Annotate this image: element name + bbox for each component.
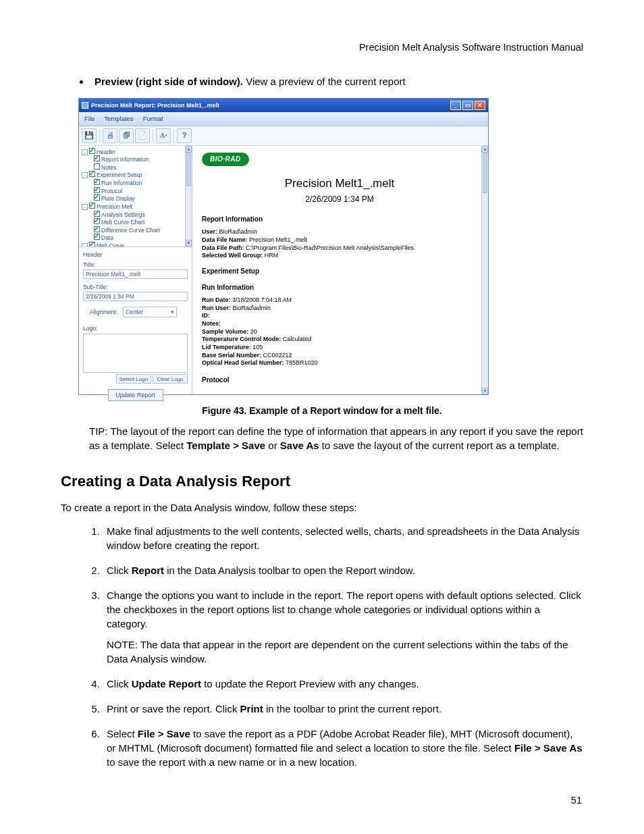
- select-logo-button[interactable]: Select Logo: [116, 374, 151, 384]
- tree-node-analysis-settings[interactable]: Analysis Settings: [82, 211, 184, 219]
- maximize-button[interactable]: ▭: [462, 101, 473, 110]
- scroll-thumb[interactable]: [483, 153, 487, 193]
- checkbox-icon[interactable]: [94, 211, 100, 217]
- toolbar: 💾 🖨 🗐 📄 Aa ?: [79, 126, 488, 146]
- scroll-down-icon[interactable]: ▼: [482, 388, 488, 394]
- logo-label: Logo:: [83, 324, 188, 332]
- tree-node-notes[interactable]: Notes: [82, 163, 184, 172]
- menu-templates[interactable]: Templates: [104, 114, 133, 123]
- preview-dfn: Data File Name: Precision Melt1_.melt: [202, 236, 477, 244]
- preview-run-date: Run Date: 3/18/2008 7:04:18 AM: [202, 296, 477, 305]
- toolbar-separator: [99, 129, 100, 142]
- checkbox-icon[interactable]: [94, 187, 100, 193]
- tree-node-melt-curve[interactable]: -Melt Curve: [82, 242, 184, 247]
- clear-logo-button[interactable]: Clear Logo: [153, 374, 188, 384]
- tree-node-melt-curve-chart[interactable]: Melt Curve Chart: [82, 218, 184, 226]
- checkbox-icon[interactable]: [94, 234, 100, 240]
- options-tree[interactable]: ▲ ▼ -Header Report Information Notes -Ex…: [79, 146, 192, 247]
- step-3-note: NOTE: The data that appear in the report…: [107, 637, 583, 666]
- step-2: Click Report in the Data Analysis toolba…: [103, 563, 583, 577]
- checkbox-icon[interactable]: [94, 194, 100, 201]
- toolbar-separator: [173, 129, 174, 142]
- page-setup-icon[interactable]: 📄: [135, 128, 150, 143]
- subtitle-input[interactable]: [83, 292, 188, 301]
- preview-swg: Selected Well Group: HRM: [202, 252, 477, 260]
- report-window: Precision Melt Report: Precision Melt1_.…: [78, 98, 489, 394]
- preview-bsn: Base Serial Number: CC002212: [202, 352, 477, 360]
- step-5: Print or save the report. Click Print in…: [103, 702, 583, 716]
- page-number: 51: [571, 793, 582, 807]
- checkbox-icon[interactable]: [94, 155, 100, 161]
- preview-h-report-info: Report Information: [202, 215, 477, 224]
- minimize-button[interactable]: _: [450, 101, 461, 110]
- figure-caption: Figure 43. Example of a Report window fo…: [61, 405, 583, 418]
- window-title: Precision Melt Report: Precision Melt1_.…: [91, 101, 219, 110]
- checkbox-icon[interactable]: [89, 148, 95, 154]
- checkbox-icon[interactable]: [94, 226, 100, 232]
- checkbox-icon[interactable]: [89, 171, 95, 177]
- scroll-down-icon[interactable]: ▼: [186, 240, 192, 246]
- step-1: Make final adjustments to the well conte…: [103, 524, 583, 552]
- print-icon[interactable]: 🖨: [103, 128, 117, 143]
- report-preview: ▲ ▼ BIO·RAD Precision Melt1_.melt 2/26/2…: [192, 146, 488, 394]
- print-preview-icon[interactable]: 🗐: [119, 128, 134, 143]
- bullet-list: Preview (right side of window). View a p…: [61, 74, 583, 88]
- section-heading: Creating a Data Analysis Report: [61, 471, 583, 492]
- header-form: Header Title: Sub-Title: Alignment: Cent…: [79, 247, 192, 405]
- checkbox-icon[interactable]: [89, 203, 95, 209]
- bullet-rest: View a preview of the current report: [243, 76, 406, 87]
- tree-node-experiment-setup[interactable]: -Experiment Setup: [82, 171, 184, 179]
- preview-temp-mode: Temperature Control Mode: Calculated: [202, 336, 477, 344]
- menu-format[interactable]: Format: [143, 114, 163, 123]
- update-report-button[interactable]: Update Report: [108, 389, 163, 401]
- close-button[interactable]: ✕: [475, 101, 485, 110]
- font-icon[interactable]: Aa: [156, 128, 171, 143]
- scroll-thumb[interactable]: [186, 153, 191, 186]
- scroll-up-icon[interactable]: ▲: [186, 146, 192, 153]
- preview-h-protocol: Protocol: [202, 375, 477, 385]
- header-label: Header: [83, 251, 188, 259]
- alignment-label: Alignment:: [90, 308, 117, 316]
- left-pane: ▲ ▼ -Header Report Information Notes -Ex…: [79, 146, 192, 394]
- checkbox-icon[interactable]: [89, 242, 95, 247]
- scroll-up-icon[interactable]: ▲: [482, 146, 488, 153]
- tree-node-report-info[interactable]: Report Information: [82, 155, 184, 163]
- checkbox-icon[interactable]: [94, 163, 100, 170]
- preview-scrollbar[interactable]: ▲ ▼: [481, 146, 488, 394]
- menubar: File Templates Format: [79, 112, 488, 126]
- title-input[interactable]: [83, 269, 188, 279]
- preview-lid-temp: Lid Temperature: 105: [202, 344, 477, 352]
- preview-notes: Notes:: [202, 320, 477, 328]
- steps-list: Make final adjustments to the well conte…: [89, 524, 583, 769]
- bullet-bold: Preview (right side of window).: [95, 76, 243, 87]
- tree-node-run-info[interactable]: Run Information: [82, 179, 184, 187]
- tree-scrollbar[interactable]: ▲ ▼: [185, 146, 192, 246]
- title-label: Title:: [83, 261, 188, 269]
- help-icon[interactable]: ?: [177, 128, 192, 143]
- preview-h-exp-setup: Experiment Setup: [202, 267, 477, 276]
- step-6: Select File > Save to save the report as…: [103, 727, 583, 769]
- tree-node-data[interactable]: Data: [82, 234, 184, 242]
- biorad-logo: BIO·RAD: [202, 153, 249, 166]
- tree-node-plate-display[interactable]: Plate Display: [82, 194, 184, 203]
- preview-run-user: Run User: BioRad\admin: [202, 305, 477, 313]
- preview-h-run-info: Run Information: [202, 283, 477, 292]
- preview-user: User: BioRad\admin: [202, 228, 477, 236]
- tree-node-diff-curve-chart[interactable]: Difference Curve Chart: [82, 226, 184, 234]
- menu-file[interactable]: File: [84, 114, 95, 123]
- checkbox-icon[interactable]: [94, 179, 100, 185]
- app-icon: [82, 102, 88, 109]
- tree-node-header[interactable]: -Header: [82, 148, 184, 156]
- titlebar: Precision Melt Report: Precision Melt1_.…: [79, 99, 488, 112]
- step-4: Click Update Report to update the Report…: [103, 677, 583, 691]
- preview-ohsn: Optical Head Serial Number: 785BR1020: [202, 359, 477, 367]
- preview-sample-vol: Sample Volume: 20: [202, 328, 477, 336]
- save-icon[interactable]: 💾: [82, 128, 97, 143]
- logo-preview: [83, 334, 188, 373]
- window-controls: _ ▭ ✕: [450, 101, 485, 110]
- tree-node-protocol[interactable]: Protocol: [82, 187, 184, 195]
- checkbox-icon[interactable]: [94, 218, 100, 224]
- alignment-select[interactable]: Center ▾: [123, 307, 177, 317]
- tree-node-precision-melt[interactable]: -Precision Melt: [82, 203, 184, 211]
- preview-subtitle: 2/26/2009 1:34 PM: [202, 194, 477, 205]
